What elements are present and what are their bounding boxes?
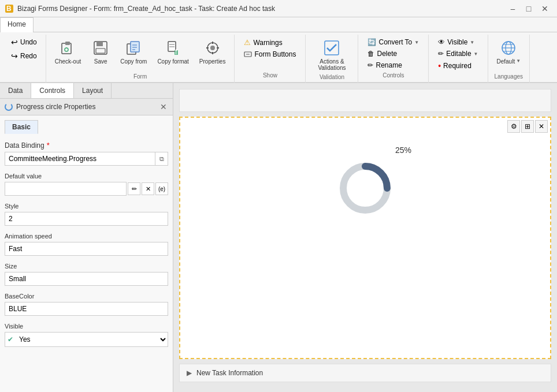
prop-tabs: Basic (5, 120, 168, 134)
languages-label: Languages (495, 73, 523, 82)
copy-format-icon: f (164, 39, 183, 57)
actions-label: Actions & Validations (314, 58, 349, 71)
progress-value-label: 25% (395, 145, 411, 155)
save-button[interactable]: Save (87, 36, 114, 68)
redo-label: Redo (20, 52, 37, 60)
visible-checkmark: ✔ (5, 335, 16, 344)
panel-close-button[interactable]: ✕ (159, 102, 168, 111)
title-bar: B Bizagi Forms Designer - Form: frm_Crea… (0, 0, 557, 17)
tab-controls[interactable]: Controls (31, 83, 74, 98)
delete-button[interactable]: 🗑 Delete (365, 48, 421, 59)
delete-label: Delete (377, 50, 397, 58)
warnings-button[interactable]: ⚠ Warnings (242, 37, 298, 48)
data-binding-field: Data Binding * ⧉ (5, 141, 168, 166)
default-value-expr-button[interactable]: (e) (155, 182, 168, 195)
tab-layout[interactable]: Layout (74, 83, 112, 98)
maximize-button[interactable]: □ (521, 3, 536, 14)
redo-button[interactable]: ↪ Redo (7, 50, 41, 62)
rename-icon: ✏ (367, 61, 373, 69)
form-buttons-icon (244, 50, 252, 58)
form-section[interactable]: ⚙ ⊞ ✕ 25% (179, 117, 551, 359)
copy-from-button[interactable]: Copy from (116, 36, 151, 68)
visible-dropdown[interactable]: Yes No (16, 333, 168, 346)
save-label: Save (94, 58, 107, 65)
history-items: ↩ Undo ↪ Redo (7, 36, 41, 80)
rename-button[interactable]: ✏ Rename (365, 60, 421, 70)
convert-icon: 🔄 (367, 38, 376, 46)
size-input[interactable] (5, 272, 168, 286)
progress-circle-container: 25% (187, 125, 543, 242)
tab-home[interactable]: Home (0, 17, 34, 32)
svg-rect-10 (131, 42, 139, 52)
undo-icon: ↩ (11, 38, 18, 47)
ribbon-group-validation: Actions & Validations Validation (306, 35, 358, 83)
size-label: Size (5, 263, 168, 270)
progress-circle-wrapper: 25% (336, 159, 394, 219)
default-value-label: Default value (5, 173, 168, 180)
svg-point-4 (65, 48, 68, 51)
required-toggle[interactable]: • Required (436, 60, 480, 72)
form-buttons-button[interactable]: Form Buttons (242, 49, 298, 59)
panel-tabs: Data Controls Layout (0, 83, 173, 99)
copy-format-button[interactable]: f Copy format (153, 36, 192, 68)
editable-icon: ✏ (438, 50, 444, 58)
convert-dropdown-arrow: ▼ (414, 40, 419, 45)
default-value-input[interactable] (5, 182, 127, 196)
editable-label: Editable (446, 50, 471, 58)
title-bar-left: B Bizagi Forms Designer - Form: frm_Crea… (5, 4, 275, 13)
section-settings-button[interactable]: ⚙ (507, 120, 520, 133)
default-value-field: Default value ✏ ✕ (e) (5, 173, 168, 196)
convert-to-button[interactable]: 🔄 Convert To ▼ (365, 37, 421, 47)
canvas-scroll[interactable]: ⚙ ⊞ ✕ 25% (173, 83, 557, 392)
svg-text:B: B (6, 5, 12, 13)
form-buttons-label: Form Buttons (254, 50, 296, 58)
actions-validations-button[interactable]: Actions & Validations (310, 36, 353, 74)
visible-dropdown-arrow: ▼ (470, 40, 474, 45)
window-controls: ‒ □ ✕ (505, 3, 552, 14)
svg-rect-3 (65, 42, 70, 45)
style-field: Style (5, 203, 168, 226)
data-binding-copy-button[interactable]: ⧉ (155, 152, 168, 165)
delete-icon: 🗑 (367, 50, 374, 58)
default-language-button[interactable]: Default ▼ (493, 36, 525, 68)
ribbon-group-controls: 🔄 Convert To ▼ 🗑 Delete ✏ Rename Control… (358, 35, 429, 83)
default-label: Default (497, 58, 515, 65)
style-label: Style (5, 203, 168, 210)
visible-label: Visible (5, 323, 168, 330)
app-icon: B (5, 4, 14, 13)
default-value-delete-button[interactable]: ✕ (142, 182, 154, 195)
visible-toggle[interactable]: 👁 Visible ▼ (436, 37, 480, 47)
svg-rect-27 (325, 41, 339, 55)
style-input[interactable] (5, 212, 168, 226)
prop-tab-basic[interactable]: Basic (5, 120, 38, 134)
minimize-button[interactable]: ‒ (505, 3, 520, 14)
tab-data[interactable]: Data (0, 83, 31, 98)
checkout-button[interactable]: Check-out (51, 36, 86, 68)
animation-speed-input[interactable] (5, 242, 168, 256)
actions-icon (322, 39, 341, 57)
required-indicator: * (47, 141, 50, 150)
close-button[interactable]: ✕ (537, 3, 552, 14)
ribbon-group-history: ↩ Undo ↪ Redo (2, 35, 46, 83)
default-value-edit-button[interactable]: ✏ (128, 182, 140, 195)
undo-button[interactable]: ↩ Undo (7, 36, 41, 48)
section-close-button[interactable]: ✕ (535, 120, 548, 133)
properties-icon (203, 39, 222, 57)
visible-field: Visible ✔ Yes No (5, 323, 168, 347)
properties-button[interactable]: Properties (195, 36, 230, 68)
form-footer-section[interactable]: ▶ New Task Information (179, 364, 551, 382)
properties-label: Properties (199, 58, 226, 65)
data-binding-label: Data Binding * (5, 141, 168, 150)
canvas-area: ⚙ ⊞ ✕ 25% (173, 83, 557, 392)
copy-from-icon (124, 39, 143, 57)
checkout-icon (58, 39, 77, 57)
checkout-label: Check-out (55, 58, 81, 65)
save-icon (91, 39, 110, 57)
section-grid-button[interactable]: ⊞ (521, 120, 534, 133)
warnings-label: Warnings (253, 39, 282, 47)
editable-toggle[interactable]: ✏ Editable ▼ (436, 48, 480, 59)
base-color-input[interactable] (5, 302, 168, 316)
footer-expand-icon: ▶ (187, 369, 192, 377)
visible-label: Visible (447, 38, 467, 46)
data-binding-input[interactable] (5, 152, 155, 165)
